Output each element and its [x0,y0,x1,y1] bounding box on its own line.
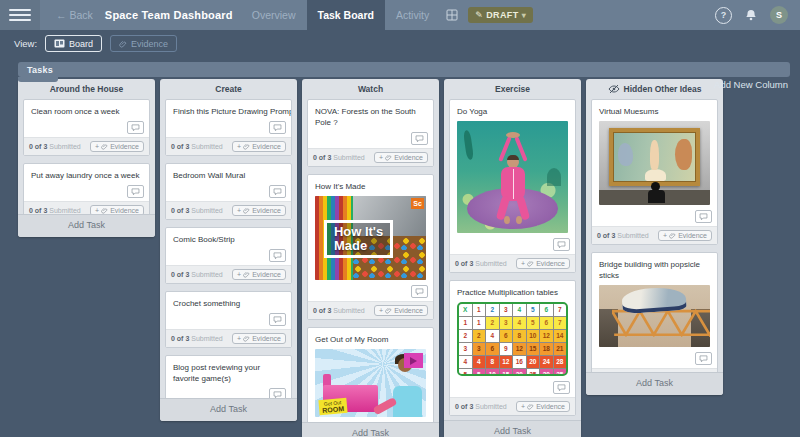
task-card[interactable]: Comic Book/Strip 0 of 3 Submitted +Evide… [165,227,292,284]
submitted-label: Submitted [333,307,365,314]
comment-icon[interactable] [269,313,286,326]
help-icon[interactable]: ? [715,7,732,24]
evidence-button[interactable]: +Evidence [374,305,428,316]
count-value: 0 of 3 [455,403,473,410]
multiplication-cell: 3 [500,317,513,329]
room-sign-graphic: Get OutROOM [319,397,348,414]
add-task-button[interactable]: Add Task [18,214,155,237]
task-card[interactable]: Virtual Muesums [591,99,718,245]
submitted-label: Submitted [191,335,223,342]
multiplication-cell: 20 [527,356,540,368]
multiplication-cell: 24 [540,356,553,368]
submitted-count: 0 of 3 Submitted [455,260,507,267]
comment-icon[interactable] [553,381,570,394]
tab-overview[interactable]: Overview [241,0,307,30]
submitted-count: 0 of 3 Submitted [171,335,223,342]
add-new-column-button[interactable]: Add New Column [714,79,788,90]
task-card[interactable]: Blog post reviewing your favorite game(s… [165,355,292,398]
column-title-label: Hidden Other Ideas [624,84,702,94]
submitted-count: 0 of 3 Submitted [171,207,223,214]
task-card[interactable]: Do Yoga [449,99,576,273]
comment-icon[interactable] [269,121,286,134]
comment-icon[interactable] [269,249,286,262]
comment-icon[interactable] [127,121,144,134]
task-card[interactable]: Put away laundry once a week 0 of 3 Subm… [23,163,150,214]
multiplication-cell: 10 [527,330,540,342]
submitted-label: Submitted [475,260,507,267]
column-title-label: Exercise [495,84,530,94]
viewer-silhouette-body [648,190,665,203]
topbar-right: ? S [715,6,788,24]
tab-activity[interactable]: Activity [385,0,440,30]
column-around-the-house: Around the House Clean room once a week … [18,79,155,237]
submitted-label: Submitted [191,271,223,278]
board-icon [54,39,65,48]
task-card[interactable]: Bridge building with popsicle sticks 0 o… [591,252,718,372]
yoga-head-graphic [507,156,519,168]
evidence-button[interactable]: +Evidence [232,269,286,280]
multiplication-cell: 15 [527,343,540,355]
comment-icon[interactable] [269,185,286,198]
view-board-button[interactable]: Board [45,35,102,52]
comment-icon[interactable] [695,352,712,365]
evidence-button[interactable]: +Evidence [374,152,428,163]
evidence-button[interactable]: +Evidence [232,205,286,216]
multiplication-cell: 4 [459,356,472,368]
multiplication-cell: 28 [554,356,567,368]
multiplication-cell: 6 [540,304,553,316]
task-card[interactable]: Finish this Picture Drawing Prompts... 0… [165,99,292,156]
yoga-foot-graphic [516,216,522,224]
evidence-button[interactable]: +Evidence [90,205,144,214]
submitted-label: Submitted [333,154,365,161]
evidence-button[interactable]: +Evidence [658,230,712,241]
comment-icon[interactable] [411,132,428,145]
evidence-button[interactable]: +Evidence [232,141,286,152]
draft-status-button[interactable]: ✎ DRAFT ▾ [468,7,533,23]
tab-task-board[interactable]: Task Board [307,0,385,30]
multiplication-cell: 21 [554,343,567,355]
add-task-button[interactable]: Add Task [444,420,581,437]
back-link[interactable]: ← Back [56,9,93,21]
column-title: Exercise [444,79,581,99]
evidence-button[interactable]: +Evidence [516,258,570,269]
task-card[interactable]: NOVA: Forests on the South Pole ? 0 of 3… [307,99,434,167]
plus-icon: + [521,403,525,410]
task-card[interactable]: Clean room once a week 0 of 3 Submitted … [23,99,150,156]
notifications-bell-icon[interactable] [745,9,757,22]
cards-list: Clean room once a week 0 of 3 Submitted … [18,99,155,214]
view-evidence-button[interactable]: Evidence [110,35,177,52]
comment-icon[interactable] [127,185,144,198]
popsicle-bridge-thumbnail [599,285,710,347]
multiplication-cell: 15 [500,369,513,376]
how-its-made-logo: How It'sMade [324,220,393,258]
user-avatar[interactable]: S [770,6,788,24]
evidence-button[interactable]: +Evidence [232,333,286,344]
task-title: Bridge building with popsicle sticks [592,253,717,284]
evidence-button[interactable]: +Evidence [90,141,144,152]
count-value: 0 of 3 [171,335,189,342]
multiplication-cell: 12 [500,356,513,368]
evidence-button[interactable]: +Evidence [516,401,570,412]
hamburger-menu-button[interactable] [0,0,40,30]
card-footer: 0 of 3 Submitted +Evidence [592,226,717,244]
cards-list: Do Yoga [444,99,581,420]
task-card[interactable]: How It's Made How It'sMade Sc 0 of 3 Sub… [307,174,434,320]
do-yoga-thumbnail [457,121,568,233]
comment-icon[interactable] [695,210,712,223]
card-footer: 0 of 3 Submitted +Evidence [450,397,575,415]
comment-icon[interactable] [411,285,428,298]
add-task-button[interactable]: Add Task [302,422,439,437]
add-task-button[interactable]: Add Task [586,372,723,395]
task-card[interactable]: Bedroom Wall Mural 0 of 3 Submitted +Evi… [165,163,292,220]
sneaker-graphic [622,286,688,314]
page-title: Space Team Dashboard [105,9,233,21]
add-task-button[interactable]: Add Task [160,398,297,421]
comment-icon[interactable] [269,388,286,398]
view-bar: View: Board Evidence [0,30,800,57]
apps-grid-icon[interactable] [446,9,458,21]
comment-icon[interactable] [553,238,570,251]
task-card[interactable]: Practice Multiplication tables X12345671… [449,280,576,416]
task-card[interactable]: Crochet something 0 of 3 Submitted +Evid… [165,291,292,348]
column-hidden-other-ideas: Hidden Other Ideas Virtual Muesums [586,79,723,395]
task-card[interactable]: Get Out of My Room Get OutROOM [307,327,434,422]
